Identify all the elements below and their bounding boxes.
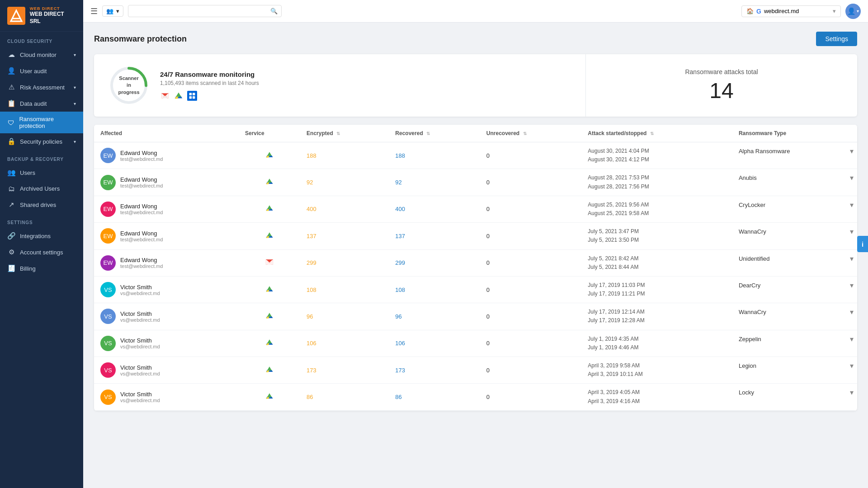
cell-recovered: 400 <box>389 196 480 222</box>
lock-icon: 🔒 <box>7 137 15 145</box>
sidebar-item-cloud-monitor[interactable]: ☁ Cloud monitor ▾ <box>0 47 83 63</box>
cell-attack-time: July 17, 2019 11:03 PMJuly 17, 2019 11:2… <box>581 276 732 303</box>
page-content: Ransomware protection Settings Scanner i… <box>83 23 868 488</box>
expand-button[interactable]: ▾ <box>850 308 854 316</box>
sidebar-item-account-settings[interactable]: ⚙ Account settings <box>0 244 83 260</box>
gdrive-icon <box>265 154 274 161</box>
svg-rect-8 <box>189 96 192 99</box>
expand-button[interactable]: ▾ <box>850 335 854 343</box>
svg-rect-7 <box>193 93 195 95</box>
cell-type: DearCry ▾ <box>732 277 857 294</box>
cell-type: WannaCry ▾ <box>732 303 857 321</box>
gdrive-icon <box>174 91 184 101</box>
expand-button[interactable]: ▾ <box>850 361 854 370</box>
sidebar-item-security-policies[interactable]: 🔒 Security policies ▾ <box>0 133 83 150</box>
settings-button[interactable]: Settings <box>816 32 857 46</box>
gdrive-icon <box>265 342 274 348</box>
cell-affected: EW Edward Wong test@webdirect.md <box>94 249 239 276</box>
info-button[interactable]: i <box>857 236 868 252</box>
cell-recovered: 92 <box>389 169 480 196</box>
browser-bar: 🏠 G webdirect.md ▾ <box>741 5 841 17</box>
svg-rect-9 <box>193 96 195 99</box>
col-recovered[interactable]: Recovered ⇅ <box>389 125 480 142</box>
user-avatar[interactable]: 👤 ▾ <box>845 4 861 19</box>
expand-button[interactable]: ▾ <box>850 201 854 209</box>
cell-unrecovered: 0 <box>480 196 582 222</box>
avatar: EW <box>100 175 116 190</box>
gmail-icon <box>265 261 274 268</box>
section-title-settings: SETTINGS <box>0 213 83 228</box>
attacks-label: Ransomware attacks total <box>685 68 758 75</box>
expand-button[interactable]: ▾ <box>850 388 854 397</box>
sidebar-item-risk-assessment[interactable]: ⚠ Risk Assessment ▾ <box>0 79 83 95</box>
user-name: Edward Wong <box>120 176 163 183</box>
cell-recovered: 96 <box>389 303 480 330</box>
cell-type: Anubis ▾ <box>732 169 857 187</box>
cell-affected: VS Victor Smith vs@webdirect.md <box>94 276 239 303</box>
cell-recovered: 188 <box>389 142 480 169</box>
expand-button[interactable]: ▾ <box>850 281 854 290</box>
cell-recovered: 137 <box>389 223 480 249</box>
avatar: VS <box>100 309 116 324</box>
ransomware-type: Alpha Ransomware <box>739 148 790 155</box>
google-icon: G <box>756 8 761 15</box>
user-email: test@webdirect.md <box>120 237 163 242</box>
cell-service <box>239 357 300 384</box>
cell-unrecovered: 0 <box>480 330 582 357</box>
chevron-icon: ▾ <box>74 52 76 57</box>
cell-attack-time: August 30, 2021 4:04 PMAugust 30, 2021 4… <box>581 142 732 169</box>
sidebar-item-shared-drives[interactable]: ↗ Shared drives <box>0 197 83 213</box>
ransomware-type: WannaCry <box>739 309 766 315</box>
cell-encrypted: 188 <box>300 142 389 169</box>
expand-button[interactable]: ▾ <box>850 227 854 236</box>
cell-service <box>239 223 300 249</box>
cell-encrypted: 173 <box>300 357 389 384</box>
search-input[interactable] <box>132 5 270 17</box>
expand-button[interactable]: ▾ <box>850 147 854 155</box>
ransomware-type: Legion <box>739 362 756 369</box>
cell-affected: VS Victor Smith vs@webdirect.md <box>94 357 239 384</box>
cell-unrecovered: 0 <box>480 249 582 276</box>
ransomware-type: Zeppelin <box>739 336 761 343</box>
gdrive-icon <box>265 369 274 375</box>
user-name: Victor Smith <box>120 284 160 291</box>
topbar: ☰ 👥 ▾ 🔍 🏠 G webdirect.md ▾ 👤 ▾ <box>83 0 868 23</box>
user-name: Victor Smith <box>120 391 160 398</box>
menu-button[interactable]: ☰ <box>90 6 98 16</box>
gear-icon: ⚙ <box>7 248 15 256</box>
cell-service <box>239 249 300 276</box>
cell-attack-time: July 17, 2019 12:14 AMJuly 17, 2019 12:2… <box>581 303 732 330</box>
expand-button[interactable]: ▾ <box>850 254 854 263</box>
sidebar-item-user-audit[interactable]: 👤 User audit <box>0 63 83 79</box>
avatar-chevron: ▾ <box>857 9 859 14</box>
cell-encrypted: 299 <box>300 249 389 276</box>
home-icon: 🏠 <box>746 8 754 14</box>
sidebar-item-users[interactable]: 👥 Users <box>0 164 83 181</box>
search-icon[interactable]: 🔍 <box>270 8 278 14</box>
sidebar-item-integrations[interactable]: 🔗 Integrations <box>0 228 83 244</box>
user-name: Edward Wong <box>120 150 163 156</box>
archive-icon: 🗂 <box>7 185 15 192</box>
user-type-selector[interactable]: 👥 ▾ <box>102 5 123 17</box>
sidebar-item-archived-users[interactable]: 🗂 Archived Users <box>0 181 83 197</box>
sidebar-item-billing[interactable]: 🧾 Billing <box>0 260 83 277</box>
sidebar: WEB DIRECT WEB DIRECT SRL CLOUD SECURITY… <box>0 0 83 488</box>
col-unrecovered[interactable]: Unrecovered ⇅ <box>480 125 582 142</box>
chevron-icon: ▾ <box>74 101 76 106</box>
cell-service <box>239 276 300 303</box>
col-encrypted[interactable]: Encrypted ⇅ <box>300 125 389 142</box>
gdrive-icon <box>265 181 274 188</box>
avatar-icon: 👤 <box>847 7 856 15</box>
col-attack-time[interactable]: Attack started/stopped ⇅ <box>581 125 732 142</box>
cell-type: Alpha Ransomware ▾ <box>732 142 857 160</box>
sidebar-item-data-audit[interactable]: 📋 Data audit ▾ <box>0 95 83 112</box>
cell-type: WannaCry ▾ <box>732 223 857 240</box>
expand-button[interactable]: ▾ <box>850 174 854 182</box>
warning-icon: ⚠ <box>7 83 15 91</box>
sidebar-item-ransomware[interactable]: 🛡 Ransomware protection <box>0 112 83 133</box>
cell-encrypted: 96 <box>300 303 389 330</box>
workspace-icon <box>187 91 197 101</box>
link-icon: 🔗 <box>7 232 15 240</box>
clipboard-icon: 📋 <box>7 99 15 108</box>
cell-unrecovered: 0 <box>480 223 582 249</box>
